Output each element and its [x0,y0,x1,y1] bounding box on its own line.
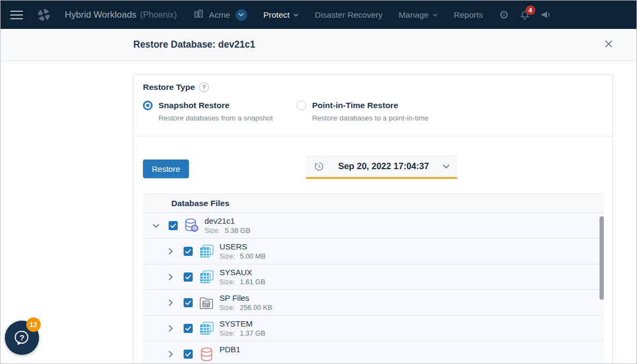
file-size: Size:5.00 MB [219,252,266,261]
file-name: SYSTEM [219,319,266,329]
chevron-right-icon[interactable] [166,299,175,306]
chevron-right-icon[interactable] [166,351,175,358]
chevron-down-icon [293,13,299,17]
table-row[interactable]: c dev21c1 Size:5.38 GB [143,213,604,239]
radio-point-in-time-restore[interactable]: Point-in-Time Restore Restore databases … [297,101,450,122]
chevron-down-icon [433,13,438,17]
table-row[interactable]: SYSTEM Size:1.37 GB [143,316,604,342]
radio-selected-icon[interactable] [143,101,153,110]
table-row[interactable]: SYSAUX Size:1.61 GB [143,264,604,290]
settings-gear-icon[interactable]: ⚙ [499,9,509,20]
snapshot-time-picker[interactable]: Sep 20, 2022 17:04:37 [306,155,457,179]
chevron-down-icon[interactable] [443,164,450,169]
help-notification-badge[interactable]: 12 [26,317,41,332]
tablespace-icon [199,320,215,337]
file-name: SP Files [219,293,272,303]
nav-item-protect[interactable]: Protect [263,10,299,20]
file-size: Size:1.37 GB [219,329,266,338]
svg-text:c: c [193,226,196,231]
nav-utility-icons: ⚙ 4 [499,9,562,20]
close-icon[interactable] [604,40,613,48]
file-size: Size:5.38 GB [204,226,251,235]
clock-history-icon [314,161,324,172]
svg-text:Sp: Sp [203,300,209,306]
nav-menu: Protect Disaster Recovery Manage Reports [263,10,499,20]
organization-icon [194,9,204,20]
chevron-down-icon[interactable] [151,224,160,228]
table-scrollbar[interactable] [600,216,604,300]
top-nav: Hybrid Workloads (Phoenix) Acme Protect [1,1,636,29]
tablespace-icon [199,269,215,286]
table-header-label: Database Files [171,199,230,208]
chevron-right-icon[interactable] [166,248,175,255]
snapshot-time-value: Sep 20, 2022 17:04:37 [324,161,443,171]
row-checkbox[interactable] [184,247,193,256]
chevron-right-icon[interactable] [166,274,175,280]
table-header: Database Files [143,194,604,213]
file-name: dev21c1 [204,216,251,226]
notification-count-badge[interactable]: 4 [526,5,535,15]
table-row[interactable]: Sp SP Files Size:256.00 KB [143,290,604,316]
table-row[interactable]: USERS Size:5.00 MB [143,239,604,264]
row-checkbox[interactable] [184,298,193,307]
container-database-icon: c [184,217,200,234]
file-name: PDB1 [219,345,240,354]
help-question-icon[interactable]: ? [199,82,209,92]
file-size [219,355,240,363]
file-size: Size:1.61 GB [219,278,266,286]
tablespace-icon [199,243,215,260]
table-rows: c dev21c1 Size:5.38 GB USERS Size:5.00 M… [143,213,604,364]
modal-header: Restore Database: dev21c1 [1,29,636,61]
nav-item-reports[interactable]: Reports [454,10,483,20]
pluggable-database-icon [199,346,215,363]
restore-type-label: Restore Type [143,82,195,92]
clumio-logo-icon[interactable] [37,8,51,22]
sp-files-icon: Sp [199,294,215,312]
modal-title: Restore Database: dev21c1 [133,39,255,50]
file-name: USERS [219,242,266,252]
radio-unselected-icon[interactable] [297,101,306,110]
option-description: Restore databases from a snapshot [158,114,297,122]
chevron-right-icon[interactable] [166,325,175,332]
file-name: SYSAUX [219,268,266,277]
hamburger-menu-icon[interactable] [10,8,23,22]
app-window: Hybrid Workloads (Phoenix) Acme Protect [0,0,637,364]
row-checkbox[interactable] [169,221,178,230]
org-chevron-icon[interactable] [236,9,247,21]
question-speech-bubble-icon: ? [12,328,32,347]
svg-text:?: ? [19,333,24,342]
product-title: Hybrid Workloads [65,10,136,20]
database-files-table: Database Files c dev21c1 Size:5.38 GB US… [143,194,604,364]
restore-panel: Restore Type ? Snapshot Restore Restore … [133,74,613,364]
notifications-bell-icon[interactable]: 4 [520,9,530,20]
org-selector[interactable]: Acme [194,9,247,21]
nav-item-disaster-recovery[interactable]: Disaster Recovery [315,10,383,20]
nav-item-manage[interactable]: Manage [399,10,438,20]
option-description: Restore databases to a point-in-time [312,114,450,122]
restore-type-section: Restore Type ? Snapshot Restore Restore … [133,74,612,136]
radio-snapshot-restore[interactable]: Snapshot Restore Restore databases from … [143,101,297,122]
row-checkbox[interactable] [184,350,193,359]
file-size: Size:256.00 KB [219,304,272,312]
row-checkbox[interactable] [184,272,193,282]
announcements-megaphone-icon[interactable] [541,10,551,19]
table-row[interactable]: PDB1 [143,342,604,364]
restore-button[interactable]: Restore [143,160,189,178]
row-checkbox[interactable] [184,324,193,333]
org-name: Acme [209,10,230,20]
environment-label: (Phoenix) [140,10,177,20]
